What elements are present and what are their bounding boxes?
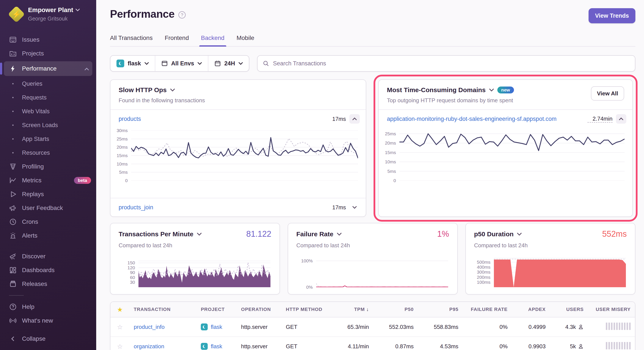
col-transaction[interactable]: TRANSACTION <box>130 307 196 312</box>
project-link[interactable]: flask <box>211 343 222 350</box>
collapse-chart-button[interactable] <box>616 114 626 124</box>
sidebar-item-issues[interactable]: Issues <box>0 33 96 47</box>
bullet-icon <box>9 83 17 84</box>
apdex-cell: 0.9903 <box>512 343 550 350</box>
bullet-icon <box>9 125 17 126</box>
tab-mobile[interactable]: Mobile <box>236 35 254 46</box>
table-row: ☆ product_info flask http.server GET 65.… <box>110 317 635 337</box>
page-filter-group: flask All Envs 24H <box>110 55 249 72</box>
expand-chart-button[interactable] <box>350 203 360 212</box>
highlight-ring: Most Time-Consuming Domains new Top outg… <box>378 79 633 217</box>
chevron-down-icon[interactable] <box>517 232 522 236</box>
issues-icon <box>9 36 17 44</box>
new-badge: new <box>497 87 514 93</box>
sidebar-item-performance[interactable]: Performance <box>4 61 92 76</box>
main-content: Performance ? View Trends All Transactio… <box>96 0 644 350</box>
sidebar-item-help[interactable]: Help <box>0 300 96 314</box>
time-spent-value[interactable]: 2.74min <box>588 115 613 123</box>
star-outline-icon[interactable]: ☆ <box>110 343 130 350</box>
col-operation[interactable]: OPERATION <box>237 307 282 312</box>
table-header-row: ★ TRANSACTION PROJECT OPERATION HTTP MET… <box>110 302 635 317</box>
sidebar-item-crons[interactable]: Crons <box>0 215 96 229</box>
apdex-cell: 0.4999 <box>512 324 550 330</box>
sidebar-item-dashboards[interactable]: Dashboards <box>0 263 96 277</box>
sidebar-item-alerts[interactable]: Alerts <box>0 229 96 242</box>
col-tpm[interactable]: TPM ↓ <box>331 307 373 312</box>
view-all-button[interactable]: View All <box>591 86 624 101</box>
duration-value: 17ms <box>327 204 346 211</box>
col-apdex[interactable]: APDEX <box>512 307 550 312</box>
star-filled-icon[interactable]: ★ <box>110 306 130 313</box>
transaction-link-products-join[interactable]: products_join <box>118 204 153 211</box>
date-range-filter[interactable]: 24H <box>208 56 249 71</box>
org-switcher[interactable]: ⚡ Empower Plant George Gritsouk <box>0 0 96 29</box>
col-failure-rate[interactable]: FAILURE RATE <box>462 307 512 312</box>
search-input[interactable] <box>273 60 630 67</box>
col-user-misery[interactable]: USER MISERY <box>588 307 635 312</box>
sidebar-item-replays[interactable]: Replays <box>0 187 96 201</box>
clock-icon <box>9 218 17 226</box>
col-project[interactable]: PROJECT <box>196 307 237 312</box>
failure-rate-cell: 0% <box>462 343 512 350</box>
sidebar-item-metrics[interactable]: Metrics beta <box>0 173 96 187</box>
slow-http-ops-chart: 30ms25ms20ms15ms10ms5ms0 <box>110 131 358 181</box>
col-http-method[interactable]: HTTP METHOD <box>282 307 331 312</box>
tab-backend[interactable]: Backend <box>201 35 224 46</box>
project-link[interactable]: flask <box>211 324 222 330</box>
sidebar-divider <box>9 295 24 296</box>
environment-filter[interactable]: All Envs <box>155 56 208 71</box>
view-trends-button[interactable]: View Trends <box>588 8 635 23</box>
chevron-down-icon[interactable] <box>337 232 342 236</box>
transaction-link[interactable]: product_info <box>134 324 164 330</box>
sidebar-item-releases[interactable]: Releases <box>0 277 96 291</box>
chevron-down-icon[interactable] <box>489 88 494 92</box>
tpm-cell: 4.11/min <box>331 343 373 350</box>
siren-icon <box>9 232 17 239</box>
col-p50[interactable]: P50 <box>373 307 418 312</box>
card-title: Slow HTTP Ops <box>118 86 167 94</box>
operation-cell: http.server <box>237 324 282 330</box>
projects-icon <box>9 50 17 57</box>
chevron-down-icon[interactable] <box>170 88 175 92</box>
col-users[interactable]: USERS <box>550 307 588 312</box>
project-filter[interactable]: flask <box>110 56 155 71</box>
chevron-down-icon[interactable] <box>197 232 202 236</box>
bullet-icon <box>9 111 17 112</box>
http-method-cell: GET <box>282 343 331 350</box>
col-p95[interactable]: P95 <box>418 307 462 312</box>
sidebar-item-queries[interactable]: Queries <box>0 77 96 91</box>
collapse-chart-button[interactable] <box>350 114 360 124</box>
releases-icon <box>9 280 17 288</box>
sidebar-item-app-starts[interactable]: App Starts <box>0 132 96 146</box>
failure-rate-chart: 100%0% <box>296 259 448 287</box>
sidebar-item-user-feedback[interactable]: User Feedback <box>0 201 96 215</box>
tab-frontend[interactable]: Frontend <box>165 35 189 46</box>
metric-title: Failure Rate <box>296 230 334 238</box>
users-cell: 5k <box>570 343 576 350</box>
metric-value: 81.122 <box>246 229 271 239</box>
transaction-link-products[interactable]: products <box>118 116 141 122</box>
performance-dashboard: ⚡ Empower Plant George Gritsouk Issues P… <box>0 0 644 350</box>
sidebar-item-discover[interactable]: Discover <box>0 249 96 263</box>
transaction-link[interactable]: organization <box>134 343 164 349</box>
sidebar-item-whats-new[interactable]: What's new <box>0 314 96 327</box>
sidebar-item-web-vitals[interactable]: Web Vitals <box>0 104 96 118</box>
transactions-per-minute-card: Transactions Per Minute 81.122 Compared … <box>110 223 280 294</box>
beta-badge: beta <box>74 177 91 184</box>
star-outline-icon[interactable]: ☆ <box>110 323 130 331</box>
sidebar-item-projects[interactable]: Projects <box>0 47 96 61</box>
sidebar-item-requests[interactable]: Requests <box>0 91 96 104</box>
sidebar-collapse-button[interactable]: Collapse <box>0 332 96 346</box>
chevron-down-icon <box>198 62 202 65</box>
org-name: Empower Plant <box>28 6 73 14</box>
p50-duration-card: p50 Duration 552ms Compared to last 24h … <box>466 223 635 294</box>
flask-project-icon <box>116 60 124 67</box>
sidebar-item-screen-loads[interactable]: Screen Loads <box>0 118 96 132</box>
domain-link[interactable]: application-monitoring-ruby-dot-sales-en… <box>387 116 556 122</box>
sidebar-item-resources[interactable]: Resources <box>0 146 96 160</box>
metric-value: 552ms <box>602 229 627 239</box>
tab-all-transactions[interactable]: All Transactions <box>110 35 153 46</box>
sidebar-item-profiling[interactable]: Profiling <box>0 160 96 173</box>
help-tooltip-icon[interactable]: ? <box>178 11 186 19</box>
org-user-name: George Gritsouk <box>28 16 68 22</box>
